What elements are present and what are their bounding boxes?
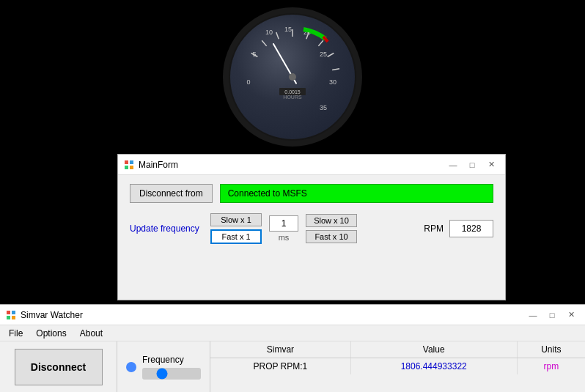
disconnect-from-button[interactable]: Disconnect from xyxy=(130,184,213,203)
simvar-titlebar: Simvar Watcher — □ ✕ xyxy=(0,305,585,325)
connected-status: Connected to MSFS xyxy=(220,184,493,203)
svg-text:0.0015: 0.0015 xyxy=(284,89,301,95)
mainform-maximize-btn[interactable]: □ xyxy=(464,158,480,171)
svg-rect-25 xyxy=(7,311,10,314)
simvar-window-controls: — □ ✕ xyxy=(525,308,579,322)
svg-text:15: 15 xyxy=(284,26,292,33)
table-row: PROP RPM:1 1806.444933322 rpm xyxy=(210,358,585,375)
mainform-content: Disconnect from Connected to MSFS Update… xyxy=(118,175,505,253)
svg-text:25: 25 xyxy=(320,51,327,58)
col-header-value: Value xyxy=(350,341,517,358)
mainform-minimize-btn[interactable]: — xyxy=(445,158,461,171)
simvar-body: Disconnect Frequency Simvar Value Units xyxy=(0,341,585,392)
mainform-close-btn[interactable]: ✕ xyxy=(483,158,499,171)
freq-buttons-left: Slow x 1 Fast x 1 xyxy=(210,213,262,244)
simvar-icon xyxy=(6,310,16,320)
svg-point-17 xyxy=(289,73,296,81)
simvar-table: Simvar Value Units PROP RPM:1 1806.44493… xyxy=(210,341,585,374)
simvar-minimize-btn[interactable]: — xyxy=(525,308,541,322)
simvar-close-btn[interactable]: ✕ xyxy=(563,308,579,322)
mainform-titlebar: MainForm — □ ✕ xyxy=(118,155,505,175)
slow-x10-button[interactable]: Slow x 10 xyxy=(306,214,357,227)
mainform-window: MainForm — □ ✕ Disconnect from Connected… xyxy=(117,154,506,300)
svg-rect-21 xyxy=(125,160,128,164)
simvar-window: Simvar Watcher — □ ✕ File Options About … xyxy=(0,304,585,392)
mainform-title-left: MainForm xyxy=(124,160,178,170)
disconnect-btn-area: Disconnect xyxy=(0,341,117,392)
rpm-area: RPM 1828 xyxy=(424,220,493,237)
svg-line-14 xyxy=(328,53,334,57)
mainform-title: MainForm xyxy=(139,160,178,170)
fast-x1-button[interactable]: Fast x 1 xyxy=(210,229,262,244)
freq-input-area: ms xyxy=(269,215,298,242)
svg-rect-27 xyxy=(7,316,10,319)
simvar-title: Simvar Watcher xyxy=(21,310,83,320)
gauge-svg: 15 20 10 5 25 0 30 35 xyxy=(230,15,355,139)
svg-line-10 xyxy=(276,32,279,39)
gauge-image: 15 20 10 5 25 0 30 35 xyxy=(223,7,362,147)
col-header-units: Units xyxy=(517,341,585,358)
freq-buttons-right: Slow x 10 Fast x 10 xyxy=(306,214,357,243)
connection-row: Disconnect from Connected to MSFS xyxy=(130,184,493,203)
svg-rect-23 xyxy=(125,166,128,169)
svg-line-15 xyxy=(332,69,339,70)
freq-slider-area: Frequency xyxy=(142,355,201,380)
frequency-slider[interactable] xyxy=(142,368,201,380)
simvar-table-area: Simvar Value Units PROP RPM:1 1806.44493… xyxy=(210,341,585,392)
svg-text:0: 0 xyxy=(246,78,250,86)
svg-rect-26 xyxy=(12,311,15,314)
svg-text:10: 10 xyxy=(265,29,273,36)
menu-options[interactable]: Options xyxy=(30,327,72,340)
mainform-window-controls: — □ ✕ xyxy=(445,158,499,171)
fast-x10-button[interactable]: Fast x 10 xyxy=(306,230,357,243)
svg-line-9 xyxy=(262,40,266,46)
svg-line-13 xyxy=(318,40,323,46)
frequency-control-area: Frequency xyxy=(117,341,210,392)
gauge-face: 15 20 10 5 25 0 30 35 xyxy=(230,15,355,139)
frequency-row: Update frequency Slow x 1 Fast x 1 ms Sl… xyxy=(130,213,493,244)
mainform-icon xyxy=(124,160,134,170)
rpm-value: 1828 xyxy=(449,220,493,237)
svg-text:HOURS: HOURS xyxy=(283,95,302,100)
freq-ms-label: ms xyxy=(279,233,290,242)
cell-simvar: PROP RPM:1 xyxy=(210,358,350,375)
frequency-input[interactable] xyxy=(269,215,298,232)
status-dot xyxy=(126,362,136,372)
gauge-area: 15 20 10 5 25 0 30 35 xyxy=(0,0,585,154)
col-header-simvar: Simvar xyxy=(210,341,350,358)
cell-units: rpm xyxy=(517,358,585,375)
slow-x1-button[interactable]: Slow x 1 xyxy=(210,213,262,226)
svg-rect-28 xyxy=(12,316,15,319)
rpm-label: RPM xyxy=(424,223,444,234)
svg-text:35: 35 xyxy=(320,104,327,111)
simvar-maximize-btn[interactable]: □ xyxy=(544,308,560,322)
cell-value: 1806.444933322 xyxy=(350,358,517,375)
simvar-title-left: Simvar Watcher xyxy=(6,310,83,320)
svg-text:30: 30 xyxy=(329,78,336,86)
svg-rect-22 xyxy=(130,160,133,164)
menu-about[interactable]: About xyxy=(74,327,108,340)
disconnect-button[interactable]: Disconnect xyxy=(15,349,103,385)
svg-rect-24 xyxy=(130,166,133,169)
update-frequency-label: Update frequency xyxy=(130,223,203,234)
frequency-text-label: Frequency xyxy=(142,355,184,365)
menu-file[interactable]: File xyxy=(3,327,29,340)
simvar-menubar: File Options About xyxy=(0,325,585,341)
